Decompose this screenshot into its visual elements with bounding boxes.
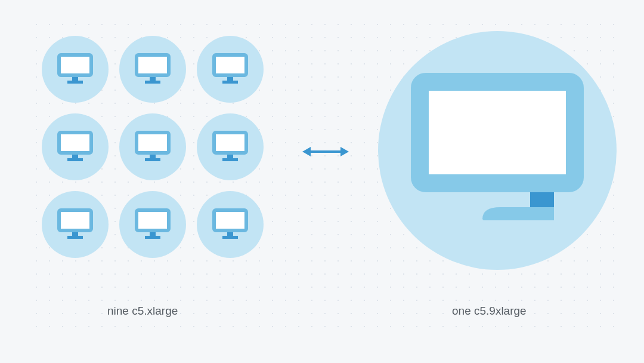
svg-rect-14 — [145, 158, 160, 161]
instance-small — [42, 191, 109, 258]
monitor-icon — [212, 131, 248, 163]
svg-rect-8 — [222, 81, 238, 84]
svg-rect-16 — [227, 155, 233, 158]
svg-rect-5 — [145, 81, 160, 84]
monitor-icon — [57, 131, 93, 163]
monitor-icon — [135, 131, 171, 163]
svg-rect-0 — [59, 55, 91, 75]
svg-rect-18 — [59, 210, 91, 230]
svg-marker-29 — [340, 147, 349, 156]
instance-small — [119, 191, 186, 258]
svg-rect-23 — [145, 236, 160, 239]
bidirectional-arrow-icon — [301, 143, 350, 162]
instance-small — [119, 36, 186, 103]
monitor-icon — [411, 73, 584, 228]
svg-rect-22 — [150, 232, 156, 236]
instance-small — [197, 113, 264, 180]
instance-large — [378, 31, 617, 270]
monitor-icon — [57, 208, 93, 241]
svg-rect-31 — [530, 192, 554, 207]
svg-rect-15 — [214, 133, 246, 153]
right-caption: one c5.9xlarge — [452, 304, 527, 318]
monitor-icon — [57, 53, 93, 85]
diagram-stage: nine c5.xlarge one c5.9xlarge — [0, 0, 644, 363]
svg-rect-3 — [137, 55, 169, 75]
svg-rect-21 — [137, 210, 169, 230]
svg-rect-12 — [137, 133, 169, 153]
svg-rect-24 — [214, 210, 246, 230]
svg-rect-26 — [222, 236, 238, 239]
svg-rect-9 — [59, 133, 91, 153]
instance-small — [197, 191, 264, 258]
svg-rect-19 — [72, 232, 78, 236]
monitor-icon — [135, 208, 171, 241]
monitor-icon — [135, 53, 171, 85]
instance-small — [197, 36, 264, 103]
svg-rect-11 — [67, 158, 83, 161]
svg-marker-28 — [302, 147, 311, 156]
left-caption: nine c5.xlarge — [107, 304, 178, 318]
svg-rect-25 — [227, 232, 233, 236]
svg-rect-2 — [67, 81, 83, 84]
small-instances-grid — [42, 36, 264, 258]
svg-rect-7 — [227, 77, 233, 81]
monitor-icon — [212, 208, 248, 241]
svg-rect-30 — [420, 82, 575, 183]
svg-rect-10 — [72, 155, 78, 158]
svg-rect-4 — [150, 77, 156, 81]
instance-small — [42, 36, 109, 103]
svg-rect-20 — [67, 236, 83, 239]
svg-rect-17 — [222, 158, 238, 161]
svg-rect-6 — [214, 55, 246, 75]
instance-small — [119, 113, 186, 180]
svg-rect-1 — [72, 77, 78, 81]
monitor-icon — [212, 53, 248, 85]
instance-small — [42, 113, 109, 180]
svg-rect-13 — [150, 155, 156, 158]
